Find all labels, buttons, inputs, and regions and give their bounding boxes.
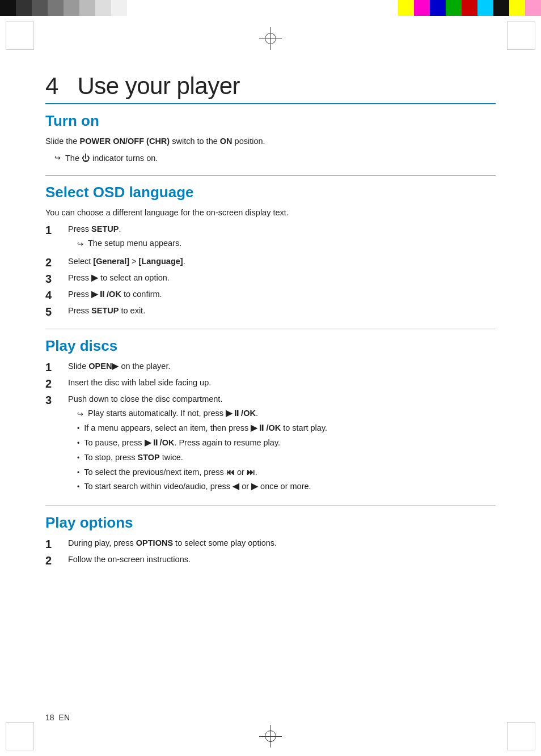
- color-seg-r6: [477, 0, 493, 16]
- bullet-icon-4: •: [77, 468, 79, 478]
- play-discs-step-2-num: 2: [45, 377, 62, 390]
- arrow-icon-3: ↪: [77, 409, 83, 420]
- color-seg-4: [48, 0, 64, 16]
- color-seg-r3: [430, 0, 446, 16]
- section-osd-language: Select OSD language You can choose a dif…: [45, 184, 496, 318]
- osd-step-5: 5 Press SETUP to exit.: [45, 305, 496, 318]
- play-discs-bullet-4-text: To select the previous/next item, press …: [84, 466, 257, 479]
- osd-step-3-content: Press ▶ to select an option.: [68, 272, 496, 284]
- section-play-discs: Play discs 1 Slide OPEN▶ on the player. …: [45, 337, 496, 495]
- play-options-step-1: 1 During play, press OPTIONS to select s…: [45, 537, 496, 551]
- osd-step-2: 2 Select [General] > [Language].: [45, 256, 496, 269]
- play-discs-step-3-sub: ↪ Play starts automatically. If not, pre…: [77, 407, 496, 420]
- play-discs-bullet-5-text: To start search within video/audio, pres…: [84, 481, 311, 493]
- reg-mark-bottom-center: [259, 725, 282, 747]
- bullet-icon-5: •: [77, 482, 79, 492]
- osd-step-4-content: Press ▶⏸/OK to confirm.: [68, 288, 496, 301]
- color-seg-r9: [525, 0, 541, 16]
- play-discs-list: 1 Slide OPEN▶ on the player. 2 Insert th…: [45, 360, 496, 495]
- main-content: 4 Use your player Turn on Slide the POWE…: [0, 61, 541, 606]
- color-bars-right: [398, 0, 541, 16]
- reg-marks-bottom: [0, 716, 541, 756]
- color-seg-2: [16, 0, 32, 16]
- color-seg-r7: [493, 0, 509, 16]
- play-options-step-2: 2 Follow the on-screen instructions.: [45, 554, 496, 567]
- osd-step-1-num: 1: [45, 223, 62, 237]
- osd-step-4-num: 4: [45, 288, 62, 302]
- osd-step-1-sub-text: The setup menu appears.: [88, 237, 181, 250]
- corner-tl: [6, 22, 34, 50]
- play-discs-step-1: 1 Slide OPEN▶ on the player.: [45, 360, 496, 374]
- corner-br: [507, 722, 535, 750]
- color-seg-r1: [398, 0, 414, 16]
- color-seg-r4: [446, 0, 462, 16]
- play-discs-bullet-4: • To select the previous/next item, pres…: [77, 466, 496, 479]
- osd-step-5-content: Press SETUP to exit.: [68, 305, 496, 317]
- osd-intro: You can choose a different language for …: [45, 207, 496, 219]
- play-discs-step-1-num: 1: [45, 360, 62, 374]
- bullet-icon-1: •: [77, 423, 79, 434]
- color-bars-left: [0, 0, 127, 16]
- arrow-icon-1: ↪: [54, 154, 61, 162]
- corner-tr: [507, 22, 535, 50]
- play-discs-bullet-1: • If a menu appears, select an item, the…: [77, 422, 496, 435]
- play-discs-step-3-sub-text: Play starts automatically. If not, press…: [88, 407, 258, 420]
- color-seg-r8: [509, 0, 525, 16]
- play-options-step-1-content: During play, press OPTIONS to select som…: [68, 537, 496, 550]
- turn-on-result-text: The ⏻ indicator turns on.: [65, 152, 158, 165]
- color-seg-6: [79, 0, 95, 16]
- chapter-number: 4: [45, 73, 58, 99]
- play-options-step-2-content: Follow the on-screen instructions.: [68, 554, 496, 566]
- osd-step-2-content: Select [General] > [Language].: [68, 256, 496, 268]
- bullet-icon-2: •: [77, 438, 79, 448]
- bullet-icon-3: •: [77, 453, 79, 463]
- reg-mark-top-center: [259, 27, 282, 50]
- chapter-title: Use your player: [77, 73, 240, 99]
- play-discs-step-3-num: 3: [45, 393, 62, 407]
- main-divider: [45, 103, 496, 104]
- reg-marks-top: [0, 16, 541, 61]
- play-discs-bullet-2-text: To pause, press ▶⏸/OK. Press again to re…: [84, 437, 280, 449]
- play-discs-step-1-content: Slide OPEN▶ on the player.: [68, 360, 496, 373]
- turn-on-heading: Turn on: [45, 112, 496, 130]
- play-discs-bullets: • If a menu appears, select an item, the…: [77, 422, 496, 493]
- color-bar-spacer: [127, 0, 398, 16]
- osd-steps-list: 1 Press SETUP. ↪ The setup menu appears.…: [45, 223, 496, 318]
- play-discs-bullet-3: • To stop, press STOP twice.: [77, 452, 496, 464]
- color-seg-7: [95, 0, 111, 16]
- color-seg-8: [111, 0, 127, 16]
- arrow-icon-2: ↪: [77, 239, 83, 250]
- play-discs-step-2: 2 Insert the disc with label side facing…: [45, 377, 496, 390]
- osd-step-5-num: 5: [45, 305, 62, 318]
- divider-3: [45, 506, 496, 506]
- play-options-list: 1 During play, press OPTIONS to select s…: [45, 537, 496, 567]
- divider-1: [45, 175, 496, 176]
- color-seg-1: [0, 0, 16, 16]
- play-discs-step-3: 3 Push down to close the disc compartmen…: [45, 393, 496, 495]
- color-seg-r5: [462, 0, 477, 16]
- osd-heading: Select OSD language: [45, 184, 496, 201]
- turn-on-result: ↪ The ⏻ indicator turns on.: [54, 152, 496, 165]
- play-discs-step-3-content: Push down to close the disc compartment.…: [68, 393, 496, 495]
- color-seg-3: [32, 0, 48, 16]
- play-discs-bullet-5: • To start search within video/audio, pr…: [77, 481, 496, 493]
- osd-step-4: 4 Press ▶⏸/OK to confirm.: [45, 288, 496, 302]
- play-options-step-2-num: 2: [45, 554, 62, 567]
- osd-step-1: 1 Press SETUP. ↪ The setup menu appears.: [45, 223, 496, 253]
- section-play-options: Play options 1 During play, press OPTION…: [45, 514, 496, 567]
- osd-step-1-sub: ↪ The setup menu appears.: [77, 237, 496, 250]
- osd-step-3-num: 3: [45, 272, 62, 286]
- play-discs-heading: Play discs: [45, 337, 496, 355]
- chapter-heading: 4 Use your player: [45, 73, 496, 100]
- play-options-step-1-num: 1: [45, 537, 62, 551]
- osd-step-2-num: 2: [45, 256, 62, 269]
- play-options-heading: Play options: [45, 514, 496, 532]
- color-seg-5: [64, 0, 79, 16]
- corner-bl: [6, 722, 34, 750]
- play-discs-bullet-1-text: If a menu appears, select an item, then …: [84, 422, 327, 435]
- osd-step-3: 3 Press ▶ to select an option.: [45, 272, 496, 286]
- play-discs-step-2-content: Insert the disc with label side facing u…: [68, 377, 496, 389]
- osd-step-1-content: Press SETUP. ↪ The setup menu appears.: [68, 223, 496, 253]
- turn-on-intro: Slide the POWER ON/OFF (CHR) switch to t…: [45, 135, 496, 148]
- color-bar: [0, 0, 541, 16]
